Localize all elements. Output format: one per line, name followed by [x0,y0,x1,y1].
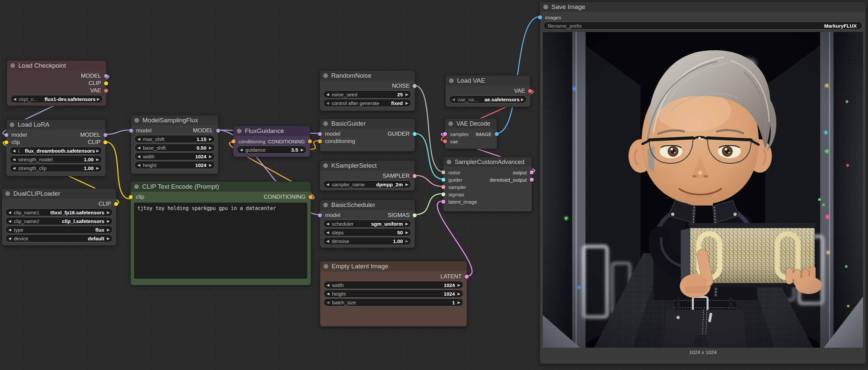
widget-height[interactable]: ◀ height 1024 ▶ [134,161,215,169]
arrow-left-icon[interactable]: ◀ [326,93,329,96]
node-basic-guider[interactable]: BasicGuider model GUIDER conditioning [319,118,415,152]
input-port-clip[interactable] [129,195,133,199]
input-port-conditioning[interactable] [231,139,236,143]
arrow-right-icon[interactable]: ▶ [209,146,212,150]
widget-guidance[interactable]: ◀ guidance 3.5 ▶ [237,146,307,154]
arrow-right-icon[interactable]: ▶ [406,231,408,234]
collapse-dot-icon[interactable] [10,122,14,127]
input-port-sampler[interactable] [441,185,445,189]
arrow-right-icon[interactable]: ▶ [458,283,460,287]
arrow-left-icon[interactable]: ◀ [137,155,140,158]
node-header[interactable]: RandomNoise [320,71,415,81]
arrow-left-icon[interactable]: ◀ [240,148,243,152]
arrow-left-icon[interactable]: ◀ [13,97,16,101]
arrow-right-icon[interactable]: ▶ [406,239,408,243]
arrow-left-icon[interactable]: ◀ [8,237,11,240]
input-port-model[interactable] [318,213,322,217]
widget-noise-seed[interactable]: ◀ noise_seed 25 ▶ [323,90,411,98]
arrow-right-icon[interactable]: ▶ [406,183,408,186]
arrow-left-icon[interactable]: ◀ [326,101,329,105]
arrow-left-icon[interactable]: ◀ [327,292,329,296]
output-port-guider[interactable] [413,132,417,136]
collapse-dot-icon[interactable] [449,78,454,83]
widget-control-after-generate[interactable]: ◀ control after generate fixed ▶ [323,99,411,107]
widget-lora-name[interactable]: ◀ lor ... flux_dreambooth.safetensors ▶ [10,147,102,155]
arrow-right-icon[interactable]: ▶ [406,222,408,226]
output-port-conditioning[interactable] [309,195,313,199]
output-port-latent[interactable] [465,275,469,279]
output-port-image[interactable] [495,132,499,136]
widget-clip-name2[interactable]: ◀ clip_name2 clip_l.safetensors ▶ [5,217,113,225]
arrow-right-icon[interactable]: ▶ [521,98,524,101]
node-header[interactable]: Empty Latent Image [320,261,467,271]
widget-strength-model[interactable]: ◀ strength_model 1.00 ▶ [10,155,102,163]
widget-batch-size[interactable]: ◀ batch_size 1 ▶ [323,298,463,306]
collapse-dot-icon[interactable] [134,184,139,189]
node-header[interactable]: BasicScheduler [320,200,415,210]
arrow-right-icon[interactable]: ▶ [107,228,110,232]
node-header[interactable]: Load Checkpoint [7,61,106,71]
node-sampler-custom-advanced[interactable]: SamplerCustomAdvanced noise output guide… [443,157,532,212]
arrow-left-icon[interactable]: ◀ [452,98,455,101]
arrow-right-icon[interactable]: ▶ [458,292,460,296]
arrow-left-icon[interactable]: ◀ [13,149,16,153]
input-port-noise[interactable] [441,170,445,174]
arrow-left-icon[interactable]: ◀ [8,219,11,223]
input-port-model[interactable] [318,132,322,136]
collapse-dot-icon[interactable] [237,129,242,133]
arrow-left-icon[interactable]: ◀ [13,158,16,161]
arrow-right-icon[interactable]: ▶ [209,163,212,167]
widget-height[interactable]: ◀ height 1024 ▶ [323,290,463,298]
output-port-output[interactable] [530,170,534,174]
input-port-model[interactable] [129,129,133,133]
node-header[interactable]: FluxGuidance [234,126,310,136]
collapse-dot-icon[interactable] [134,118,139,123]
output-port-model[interactable] [103,133,107,137]
arrow-right-icon[interactable]: ▶ [209,137,212,141]
node-load-checkpoint[interactable]: Load Checkpoint MODEL CLIP VAE ◀ ckpt_na… [7,60,106,106]
node-vae-decode[interactable]: VAE Decode samples IMAGE vae [445,118,497,149]
node-ksampler-select[interactable]: KSamplerSelect SAMPLER ◀ sampler_name dp… [319,160,415,191]
input-port-guider[interactable] [441,178,445,182]
node-header[interactable]: DualCLIPLoader [2,189,116,199]
arrow-right-icon[interactable]: ▶ [96,158,99,161]
input-port-latent-image[interactable] [441,200,445,204]
node-clip-text-encode[interactable]: CLIP Text Encode (Prompt) clip CONDITION… [130,181,311,285]
output-port-vae[interactable] [104,89,108,93]
input-port-conditioning[interactable] [318,139,322,143]
output-port-model[interactable] [104,74,108,78]
node-load-lora[interactable]: Load LoRA model MODEL clip CLIP ◀ lor ..… [6,119,106,176]
widget-filename-prefix[interactable]: filename_prefix MarkuryFLUX [544,22,862,30]
arrow-right-icon[interactable]: ▶ [406,93,408,96]
arrow-left-icon[interactable]: ◀ [137,137,140,141]
input-port-samples[interactable] [443,132,447,136]
collapse-dot-icon[interactable] [323,203,328,207]
node-header[interactable]: BasicGuider [320,119,415,129]
output-port-conditioning[interactable] [308,139,312,143]
node-header[interactable]: Load LoRA [6,120,105,130]
collapse-dot-icon[interactable] [323,264,328,269]
arrow-left-icon[interactable]: ◀ [326,222,329,226]
node-header[interactable]: SamplerCustomAdvanced [443,157,532,167]
widget-width[interactable]: ◀ width 1024 ▶ [323,281,463,289]
collapse-dot-icon[interactable] [10,63,15,68]
input-port-model[interactable] [4,133,8,137]
collapse-dot-icon[interactable] [323,121,328,126]
arrow-right-icon[interactable]: ▶ [96,166,99,170]
prompt-textarea[interactable]: tjtoy toy holding sparkgpu gpu in a data… [134,203,307,279]
widget-steps[interactable]: ◀ steps 50 ▶ [323,228,411,236]
node-model-sampling-flux[interactable]: ModelSamplingFlux model MODEL ◀ max_shif… [131,115,218,174]
arrow-right-icon[interactable]: ▶ [96,149,99,153]
arrow-left-icon[interactable]: ◀ [8,211,11,214]
widget-scheduler[interactable]: ◀ scheduler sgm_uniform ▶ [323,220,411,228]
widget-max-shift[interactable]: ◀ max_shift 1.15 ▶ [134,135,215,143]
node-header[interactable]: Load VAE [446,76,530,86]
node-random-noise[interactable]: RandomNoise NOISE ◀ noise_seed 25 ▶ ◀ co… [319,70,415,111]
widget-type[interactable]: ◀ type flux ▶ [5,226,113,234]
arrow-left-icon[interactable]: ◀ [326,239,329,243]
widget-device[interactable]: ◀ device default ▶ [5,234,113,242]
collapse-dot-icon[interactable] [5,191,10,196]
arrow-right-icon[interactable]: ▶ [406,101,408,105]
output-port-sigmas[interactable] [413,213,417,217]
arrow-left-icon[interactable]: ◀ [327,301,329,304]
